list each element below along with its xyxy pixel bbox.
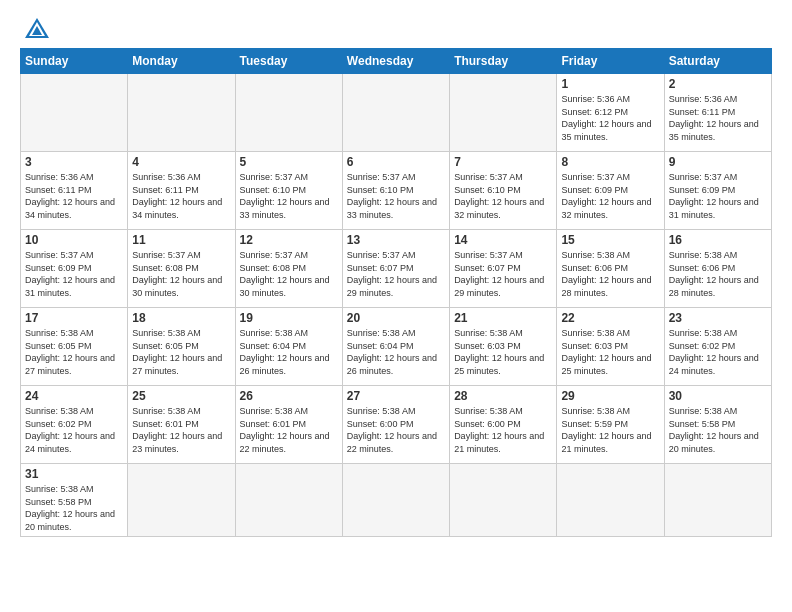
- day-info: Sunrise: 5:38 AM Sunset: 6:01 PM Dayligh…: [240, 405, 338, 455]
- calendar-cell: 11Sunrise: 5:37 AM Sunset: 6:08 PM Dayli…: [128, 230, 235, 308]
- day-number: 26: [240, 389, 338, 403]
- calendar-cell: 6Sunrise: 5:37 AM Sunset: 6:10 PM Daylig…: [342, 152, 449, 230]
- day-info: Sunrise: 5:38 AM Sunset: 6:04 PM Dayligh…: [347, 327, 445, 377]
- calendar-cell: 31Sunrise: 5:38 AM Sunset: 5:58 PM Dayli…: [21, 464, 128, 537]
- calendar-cell: 25Sunrise: 5:38 AM Sunset: 6:01 PM Dayli…: [128, 386, 235, 464]
- calendar-cell: 2Sunrise: 5:36 AM Sunset: 6:11 PM Daylig…: [664, 74, 771, 152]
- day-info: Sunrise: 5:38 AM Sunset: 5:59 PM Dayligh…: [561, 405, 659, 455]
- week-row-1: 3Sunrise: 5:36 AM Sunset: 6:11 PM Daylig…: [21, 152, 772, 230]
- calendar-cell: 7Sunrise: 5:37 AM Sunset: 6:10 PM Daylig…: [450, 152, 557, 230]
- calendar-cell: 12Sunrise: 5:37 AM Sunset: 6:08 PM Dayli…: [235, 230, 342, 308]
- calendar: SundayMondayTuesdayWednesdayThursdayFrid…: [20, 48, 772, 537]
- day-info: Sunrise: 5:38 AM Sunset: 5:58 PM Dayligh…: [25, 483, 123, 533]
- day-number: 15: [561, 233, 659, 247]
- calendar-cell: [342, 464, 449, 537]
- week-row-5: 31Sunrise: 5:38 AM Sunset: 5:58 PM Dayli…: [21, 464, 772, 537]
- day-number: 29: [561, 389, 659, 403]
- weekday-header-wednesday: Wednesday: [342, 49, 449, 74]
- day-info: Sunrise: 5:37 AM Sunset: 6:08 PM Dayligh…: [132, 249, 230, 299]
- day-info: Sunrise: 5:37 AM Sunset: 6:09 PM Dayligh…: [669, 171, 767, 221]
- day-info: Sunrise: 5:37 AM Sunset: 6:09 PM Dayligh…: [561, 171, 659, 221]
- day-number: 18: [132, 311, 230, 325]
- calendar-cell: 3Sunrise: 5:36 AM Sunset: 6:11 PM Daylig…: [21, 152, 128, 230]
- calendar-cell: [342, 74, 449, 152]
- day-number: 19: [240, 311, 338, 325]
- logo-area: [20, 16, 51, 40]
- day-number: 5: [240, 155, 338, 169]
- calendar-cell: 22Sunrise: 5:38 AM Sunset: 6:03 PM Dayli…: [557, 308, 664, 386]
- day-info: Sunrise: 5:37 AM Sunset: 6:08 PM Dayligh…: [240, 249, 338, 299]
- calendar-cell: 23Sunrise: 5:38 AM Sunset: 6:02 PM Dayli…: [664, 308, 771, 386]
- day-number: 9: [669, 155, 767, 169]
- calendar-cell: 8Sunrise: 5:37 AM Sunset: 6:09 PM Daylig…: [557, 152, 664, 230]
- day-number: 8: [561, 155, 659, 169]
- day-info: Sunrise: 5:38 AM Sunset: 6:06 PM Dayligh…: [561, 249, 659, 299]
- day-info: Sunrise: 5:38 AM Sunset: 6:05 PM Dayligh…: [132, 327, 230, 377]
- day-number: 10: [25, 233, 123, 247]
- day-info: Sunrise: 5:36 AM Sunset: 6:11 PM Dayligh…: [669, 93, 767, 143]
- day-number: 28: [454, 389, 552, 403]
- weekday-header-monday: Monday: [128, 49, 235, 74]
- calendar-cell: 21Sunrise: 5:38 AM Sunset: 6:03 PM Dayli…: [450, 308, 557, 386]
- weekday-header-friday: Friday: [557, 49, 664, 74]
- day-number: 27: [347, 389, 445, 403]
- day-info: Sunrise: 5:36 AM Sunset: 6:12 PM Dayligh…: [561, 93, 659, 143]
- day-info: Sunrise: 5:38 AM Sunset: 6:04 PM Dayligh…: [240, 327, 338, 377]
- day-info: Sunrise: 5:38 AM Sunset: 6:03 PM Dayligh…: [561, 327, 659, 377]
- day-info: Sunrise: 5:37 AM Sunset: 6:09 PM Dayligh…: [25, 249, 123, 299]
- weekday-header-row: SundayMondayTuesdayWednesdayThursdayFrid…: [21, 49, 772, 74]
- calendar-cell: [128, 464, 235, 537]
- day-number: 31: [25, 467, 123, 481]
- day-info: Sunrise: 5:38 AM Sunset: 6:02 PM Dayligh…: [669, 327, 767, 377]
- day-info: Sunrise: 5:37 AM Sunset: 6:10 PM Dayligh…: [347, 171, 445, 221]
- day-number: 11: [132, 233, 230, 247]
- day-info: Sunrise: 5:38 AM Sunset: 6:00 PM Dayligh…: [347, 405, 445, 455]
- calendar-cell: 18Sunrise: 5:38 AM Sunset: 6:05 PM Dayli…: [128, 308, 235, 386]
- calendar-cell: [450, 74, 557, 152]
- calendar-cell: 16Sunrise: 5:38 AM Sunset: 6:06 PM Dayli…: [664, 230, 771, 308]
- day-number: 12: [240, 233, 338, 247]
- day-info: Sunrise: 5:37 AM Sunset: 6:07 PM Dayligh…: [454, 249, 552, 299]
- day-info: Sunrise: 5:38 AM Sunset: 5:58 PM Dayligh…: [669, 405, 767, 455]
- calendar-cell: [235, 74, 342, 152]
- day-number: 7: [454, 155, 552, 169]
- day-number: 13: [347, 233, 445, 247]
- logo-icon: [23, 16, 51, 40]
- calendar-cell: [450, 464, 557, 537]
- calendar-cell: [664, 464, 771, 537]
- calendar-cell: 10Sunrise: 5:37 AM Sunset: 6:09 PM Dayli…: [21, 230, 128, 308]
- day-number: 20: [347, 311, 445, 325]
- calendar-cell: 27Sunrise: 5:38 AM Sunset: 6:00 PM Dayli…: [342, 386, 449, 464]
- calendar-cell: 26Sunrise: 5:38 AM Sunset: 6:01 PM Dayli…: [235, 386, 342, 464]
- calendar-cell: 9Sunrise: 5:37 AM Sunset: 6:09 PM Daylig…: [664, 152, 771, 230]
- day-info: Sunrise: 5:38 AM Sunset: 6:05 PM Dayligh…: [25, 327, 123, 377]
- calendar-cell: 1Sunrise: 5:36 AM Sunset: 6:12 PM Daylig…: [557, 74, 664, 152]
- day-number: 1: [561, 77, 659, 91]
- day-number: 30: [669, 389, 767, 403]
- header: [20, 16, 772, 40]
- day-number: 21: [454, 311, 552, 325]
- day-info: Sunrise: 5:36 AM Sunset: 6:11 PM Dayligh…: [25, 171, 123, 221]
- calendar-cell: 4Sunrise: 5:36 AM Sunset: 6:11 PM Daylig…: [128, 152, 235, 230]
- calendar-cell: 29Sunrise: 5:38 AM Sunset: 5:59 PM Dayli…: [557, 386, 664, 464]
- weekday-header-tuesday: Tuesday: [235, 49, 342, 74]
- calendar-cell: [557, 464, 664, 537]
- day-number: 16: [669, 233, 767, 247]
- weekday-header-sunday: Sunday: [21, 49, 128, 74]
- day-number: 2: [669, 77, 767, 91]
- weekday-header-thursday: Thursday: [450, 49, 557, 74]
- calendar-cell: 19Sunrise: 5:38 AM Sunset: 6:04 PM Dayli…: [235, 308, 342, 386]
- day-info: Sunrise: 5:36 AM Sunset: 6:11 PM Dayligh…: [132, 171, 230, 221]
- day-number: 24: [25, 389, 123, 403]
- weekday-header-saturday: Saturday: [664, 49, 771, 74]
- calendar-cell: 20Sunrise: 5:38 AM Sunset: 6:04 PM Dayli…: [342, 308, 449, 386]
- day-info: Sunrise: 5:37 AM Sunset: 6:10 PM Dayligh…: [240, 171, 338, 221]
- day-number: 23: [669, 311, 767, 325]
- calendar-cell: 28Sunrise: 5:38 AM Sunset: 6:00 PM Dayli…: [450, 386, 557, 464]
- week-row-2: 10Sunrise: 5:37 AM Sunset: 6:09 PM Dayli…: [21, 230, 772, 308]
- day-number: 25: [132, 389, 230, 403]
- day-info: Sunrise: 5:38 AM Sunset: 6:02 PM Dayligh…: [25, 405, 123, 455]
- page: SundayMondayTuesdayWednesdayThursdayFrid…: [0, 0, 792, 547]
- calendar-cell: 14Sunrise: 5:37 AM Sunset: 6:07 PM Dayli…: [450, 230, 557, 308]
- calendar-cell: 13Sunrise: 5:37 AM Sunset: 6:07 PM Dayli…: [342, 230, 449, 308]
